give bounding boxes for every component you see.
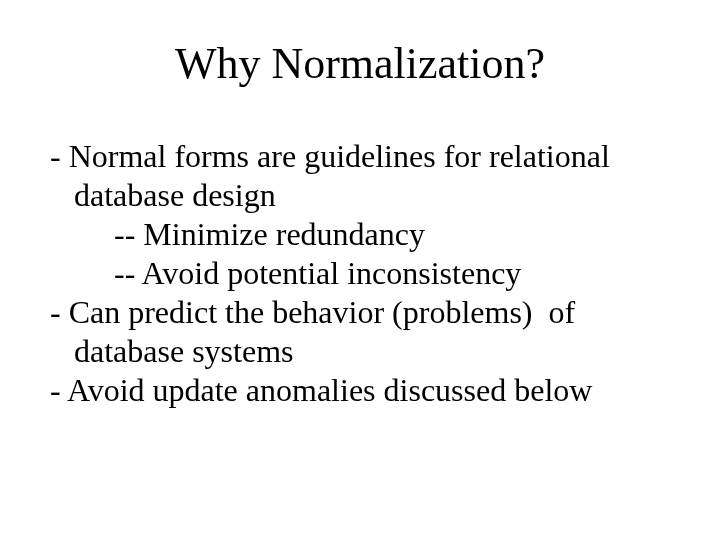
bullet-line: database systems [50,332,670,371]
slide-body: - Normal forms are guidelines for relati… [50,137,670,410]
bullet-line: - Normal forms are guidelines for relati… [50,137,670,176]
slide: Why Normalization? - Normal forms are gu… [0,0,720,540]
bullet-line: - Can predict the behavior (problems) of [50,293,670,332]
slide-title: Why Normalization? [50,38,670,89]
bullet-line: -- Avoid potential inconsistency [50,254,670,293]
bullet-line: - Avoid update anomalies discussed below [50,371,670,410]
bullet-line: database design [50,176,670,215]
bullet-line: -- Minimize redundancy [50,215,670,254]
